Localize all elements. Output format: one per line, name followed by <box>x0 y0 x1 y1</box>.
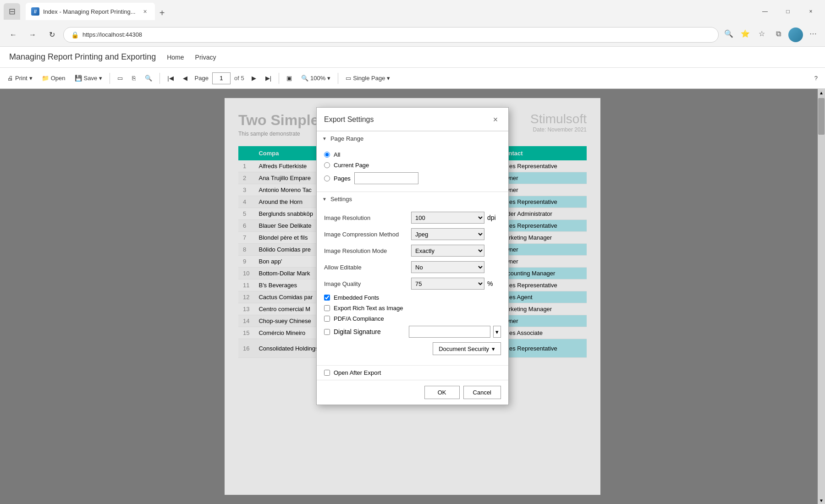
image-quality-label: Image Quality <box>324 280 411 287</box>
open-after-export-label: Open After Export <box>334 369 381 376</box>
hand-tool[interactable]: ⎘ <box>128 71 139 86</box>
prev-page-button[interactable]: ◀ <box>179 71 191 86</box>
page-range-arrow-icon: ▼ <box>322 136 327 141</box>
separator-2 <box>160 73 160 84</box>
sidebar-toggle[interactable]: ⊟ <box>4 3 20 20</box>
address-text: https://localhost:44308 <box>82 31 142 38</box>
dialog-footer: OK Cancel <box>317 380 508 405</box>
print-icon: 🖨 <box>7 75 13 82</box>
radio-pages-row[interactable]: Pages <box>324 172 501 184</box>
export-settings-dialog: Export Settings × ▼ Page Range All <box>316 107 509 405</box>
ok-button[interactable]: OK <box>424 386 460 399</box>
separator-1 <box>110 73 110 84</box>
tab-close-btn[interactable]: × <box>141 7 149 16</box>
help-label: ? <box>814 75 818 82</box>
doc-security-button[interactable]: Document Security ▾ <box>433 342 501 355</box>
radio-current-row[interactable]: Current Page <box>324 162 501 169</box>
open-button[interactable]: 📁 Open <box>38 71 69 86</box>
app-nav: Managing Report Printing and Exporting H… <box>0 47 825 68</box>
digital-sig-label-area: Digital Signature <box>324 328 409 335</box>
select-tool[interactable]: ▭ <box>114 71 126 86</box>
star-icon[interactable]: ☆ <box>755 27 768 40</box>
radio-all-row[interactable]: All <box>324 151 501 158</box>
pdf-compliance-row[interactable]: PDF/A Compliance <box>324 315 501 322</box>
minimize-button[interactable]: — <box>754 4 776 19</box>
page-number-input[interactable] <box>212 72 231 84</box>
open-after-export-checkbox[interactable] <box>324 370 330 376</box>
print-label: Print <box>15 75 28 82</box>
export-rich-text-row[interactable]: Export Rich Text as Image <box>324 305 501 312</box>
dialog-title: Export Settings <box>324 115 374 124</box>
allow-editable-control: No <box>411 261 501 273</box>
save-dropdown-icon: ▾ <box>99 75 102 82</box>
profile-avatar[interactable] <box>788 27 803 42</box>
doc-security-row: Document Security ▾ <box>324 342 501 355</box>
image-quality-select[interactable]: 75 <box>411 278 484 290</box>
page-of-text: of 5 <box>234 75 244 82</box>
save-button[interactable]: 💾 Save ▾ <box>71 71 106 86</box>
view-mode-button[interactable]: ▣ <box>283 71 296 86</box>
back-button[interactable]: ← <box>6 27 21 43</box>
app-title: Managing Report Printing and Exporting <box>9 52 156 62</box>
allow-editable-select[interactable]: No <box>411 261 484 273</box>
more-options-icon[interactable]: ⋯ <box>807 27 820 40</box>
image-res-mode-select[interactable]: Exactly <box>411 245 484 257</box>
image-res-mode-row: Image Resolution Mode Exactly <box>324 245 501 257</box>
dpi-label: dpi <box>487 214 496 221</box>
collections-icon[interactable]: ⧉ <box>772 27 785 40</box>
digital-sig-input[interactable] <box>409 326 490 338</box>
print-button[interactable]: 🖨 Print ▾ <box>4 71 36 86</box>
page-range-section-header[interactable]: ▼ Page Range <box>317 131 508 146</box>
tab-title: Index - Managing Report Printing... <box>43 8 136 15</box>
find-tool[interactable]: 🔍 <box>141 71 156 86</box>
active-tab[interactable]: // Index - Managing Report Printing... × <box>26 3 155 20</box>
zoom-label: 100% <box>310 75 325 82</box>
favorites-icon[interactable]: ⭐ <box>739 27 752 40</box>
settings-section-header[interactable]: ▼ Settings <box>317 192 508 206</box>
image-resolution-label: Image Resolution <box>324 214 411 221</box>
export-rich-text-checkbox[interactable] <box>324 305 330 311</box>
new-tab-button[interactable]: + <box>155 5 170 20</box>
close-button[interactable]: × <box>800 4 821 19</box>
image-compression-select[interactable]: Jpeg <box>411 228 484 240</box>
separator-4 <box>338 73 338 84</box>
last-page-button[interactable]: ▶| <box>262 71 275 86</box>
radio-all-input[interactable] <box>324 152 330 158</box>
search-icon[interactable]: 🔍 <box>722 27 735 40</box>
nav-privacy[interactable]: Privacy <box>195 54 216 61</box>
pdf-compliance-label: PDF/A Compliance <box>334 315 384 322</box>
allow-editable-label: Allow Editable <box>324 264 411 271</box>
help-button[interactable]: ? <box>811 71 821 86</box>
separator-3 <box>279 73 279 84</box>
pdf-compliance-checkbox[interactable] <box>324 316 330 322</box>
radio-current-input[interactable] <box>324 162 330 168</box>
restore-button[interactable]: □ <box>777 4 798 19</box>
cancel-button[interactable]: Cancel <box>463 386 501 399</box>
browser-frame: ⊟ // Index - Managing Report Printing...… <box>0 0 825 504</box>
view-single-page-button[interactable]: ▭ Single Page ▾ <box>342 71 394 86</box>
page-range-body: All Current Page Pages <box>317 146 508 192</box>
doc-security-dropdown-icon: ▾ <box>492 345 495 352</box>
open-label: Open <box>51 75 66 82</box>
embedded-fonts-checkbox[interactable] <box>324 295 330 301</box>
nav-home[interactable]: Home <box>167 54 184 61</box>
print-dropdown-icon: ▾ <box>29 75 33 82</box>
image-compression-label: Image Compression Method <box>324 231 411 238</box>
digital-sig-checkbox[interactable] <box>324 329 330 335</box>
embedded-fonts-row[interactable]: Embedded Fonts <box>324 294 501 301</box>
open-icon: 📁 <box>42 75 49 82</box>
forward-button[interactable]: → <box>25 27 40 43</box>
first-page-button[interactable]: |◀ <box>164 71 177 86</box>
dialog-close-button[interactable]: × <box>490 114 501 125</box>
export-rich-text-label: Export Rich Text as Image <box>334 305 403 312</box>
page-content: Managing Report Printing and Exporting H… <box>0 47 825 504</box>
next-page-button[interactable]: ▶ <box>248 71 260 86</box>
zoom-button[interactable]: 🔍 100% ▾ <box>297 71 334 86</box>
refresh-button[interactable]: ↻ <box>44 27 60 43</box>
view-dropdown-icon: ▾ <box>387 75 390 82</box>
image-resolution-select[interactable]: 100 <box>411 212 484 224</box>
address-bar[interactable]: 🔒 https://localhost:44308 <box>63 27 719 43</box>
digital-sig-dropdown[interactable]: ▾ <box>493 326 501 338</box>
pages-range-input[interactable] <box>354 172 418 184</box>
radio-pages-input[interactable] <box>324 175 330 181</box>
